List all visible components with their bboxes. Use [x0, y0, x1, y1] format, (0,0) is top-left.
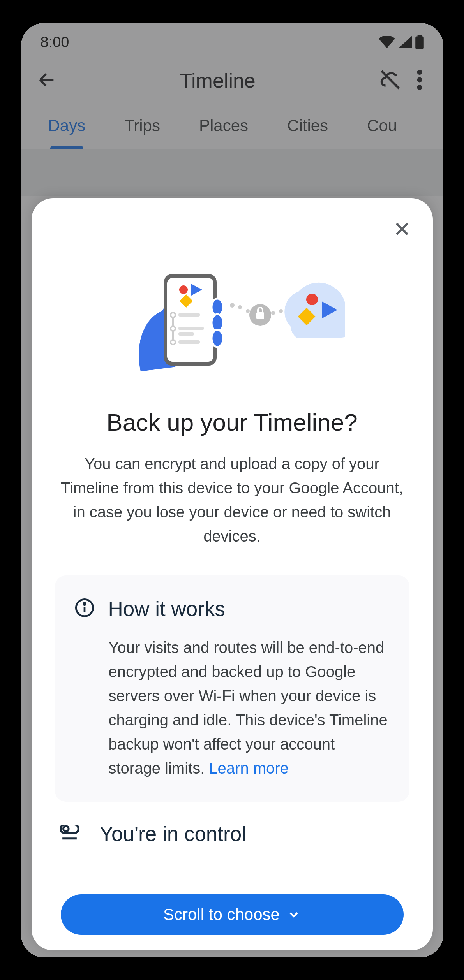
battery-icon [415, 35, 424, 49]
learn-more-link[interactable]: Learn more [209, 760, 289, 777]
tab-cities[interactable]: Cities [287, 116, 328, 149]
status-icons [379, 35, 424, 49]
svg-rect-28 [256, 312, 264, 319]
svg-point-19 [212, 314, 223, 331]
backup-illustration [55, 260, 409, 373]
svg-point-4 [417, 85, 422, 90]
how-it-works-body: Your visits and routes will be end-to-en… [74, 635, 390, 780]
backup-dialog: Back up your Timeline? You can encrypt a… [32, 198, 433, 950]
chevron-down-icon [287, 908, 301, 922]
how-it-works-heading: How it works [108, 597, 225, 621]
phone-frame: 8:00 Timeline Days Trips Places Cities [21, 23, 443, 957]
page-title: Timeline [66, 69, 369, 92]
svg-rect-14 [178, 313, 200, 317]
svg-point-23 [246, 309, 250, 313]
how-it-works-card: How it works Your visits and routes will… [55, 575, 409, 802]
tabs-bar: Days Trips Places Cities Cou [21, 105, 443, 149]
svg-point-24 [271, 311, 275, 315]
app-bar: Timeline [21, 55, 443, 105]
svg-rect-1 [417, 35, 422, 37]
toggle-icon [59, 825, 80, 847]
back-icon[interactable] [37, 70, 57, 91]
cloud-off-icon[interactable] [379, 68, 402, 93]
tab-places[interactable]: Places [199, 116, 248, 149]
tab-countries[interactable]: Cou [367, 116, 397, 149]
info-icon [74, 598, 95, 619]
cell-signal-icon [398, 36, 412, 48]
svg-point-35 [63, 826, 69, 831]
youre-in-control-heading: You're in control [100, 825, 246, 846]
dialog-description: You can encrypt and upload a copy of you… [55, 452, 409, 548]
svg-rect-16 [178, 332, 194, 336]
svg-point-25 [279, 309, 283, 313]
svg-point-2 [417, 70, 422, 75]
svg-rect-6 [167, 278, 213, 362]
scroll-to-choose-button[interactable]: Scroll to choose [61, 894, 404, 935]
more-vert-icon[interactable] [411, 70, 428, 91]
svg-point-3 [417, 77, 422, 82]
wifi-icon [379, 36, 395, 48]
svg-point-20 [212, 330, 223, 347]
map-preview [21, 149, 443, 196]
svg-rect-15 [178, 327, 204, 330]
svg-point-29 [306, 294, 318, 305]
tab-trips[interactable]: Trips [124, 116, 160, 149]
svg-point-21 [230, 303, 235, 308]
svg-rect-0 [415, 37, 424, 49]
youre-in-control-card: You're in control [59, 825, 409, 858]
svg-point-33 [83, 603, 85, 605]
svg-point-22 [238, 305, 242, 309]
svg-rect-17 [178, 340, 200, 344]
close-icon[interactable] [393, 220, 411, 240]
status-bar: 8:00 [21, 23, 443, 55]
svg-point-7 [179, 285, 188, 294]
svg-point-18 [212, 299, 223, 316]
status-time: 8:00 [41, 34, 69, 51]
dialog-title: Back up your Timeline? [55, 408, 409, 436]
tab-days[interactable]: Days [48, 116, 86, 149]
